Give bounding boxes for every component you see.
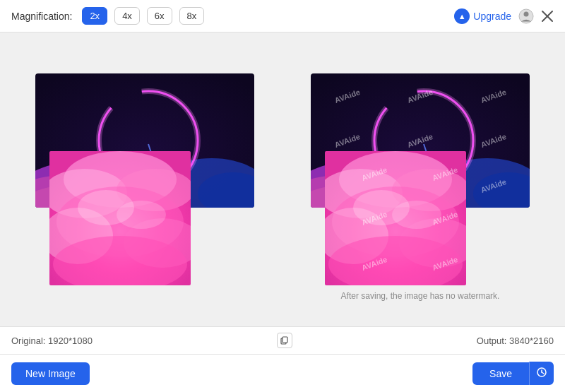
save-dropdown-button[interactable]	[529, 362, 554, 385]
output-info: Output: 3840*2160	[477, 335, 554, 346]
main-content: AVAide AVAide AVAide AVAide AVAide AVAid…	[0, 32, 565, 326]
original-panel	[14, 47, 275, 312]
svg-point-1	[524, 11, 529, 16]
svg-point-24	[117, 201, 166, 229]
upgrade-button[interactable]: ▲ Upgrade	[454, 8, 511, 24]
action-bar: New Image Save	[0, 354, 565, 392]
svg-rect-47	[282, 337, 287, 343]
after-save-text: After saving, the image has no watermark…	[341, 291, 500, 301]
mag-btn-2x[interactable]: 2x	[82, 7, 107, 25]
magnification-label: Magnification:	[11, 11, 72, 22]
info-bar: Original: 1920*1080 Output: 3840*2160	[0, 326, 565, 354]
output-panel: AVAide AVAide AVAide AVAide AVAide AVAid…	[290, 47, 551, 312]
original-image-wrapper	[35, 73, 254, 285]
upgrade-label: Upgrade	[473, 11, 511, 22]
original-info: Original: 1920*1080	[11, 335, 93, 346]
close-button[interactable]	[541, 10, 554, 23]
save-button[interactable]: Save	[472, 362, 529, 385]
output-fg-image: AVAide AVAide AVAide AVAide AVAide AVAid…	[325, 151, 466, 285]
output-image-wrapper: AVAide AVAide AVAide AVAide AVAide AVAid…	[311, 73, 530, 285]
user-icon	[518, 8, 534, 24]
copy-size-button[interactable]	[277, 333, 292, 348]
clock-icon	[537, 367, 547, 377]
upgrade-icon: ▲	[454, 8, 470, 24]
svg-point-45	[392, 201, 441, 229]
original-fg-image	[49, 151, 191, 285]
close-icon	[541, 10, 554, 23]
mag-btn-4x[interactable]: 4x	[114, 7, 140, 25]
svg-line-50	[542, 372, 544, 374]
mag-btn-6x[interactable]: 6x	[147, 7, 172, 25]
header: Magnification: 2x 4x 6x 8x ▲ Upgrade	[0, 0, 565, 32]
mag-btn-8x[interactable]: 8x	[179, 7, 205, 25]
new-image-button[interactable]: New Image	[11, 362, 90, 385]
user-icon-button[interactable]	[518, 8, 534, 24]
copy-icon	[280, 336, 289, 345]
